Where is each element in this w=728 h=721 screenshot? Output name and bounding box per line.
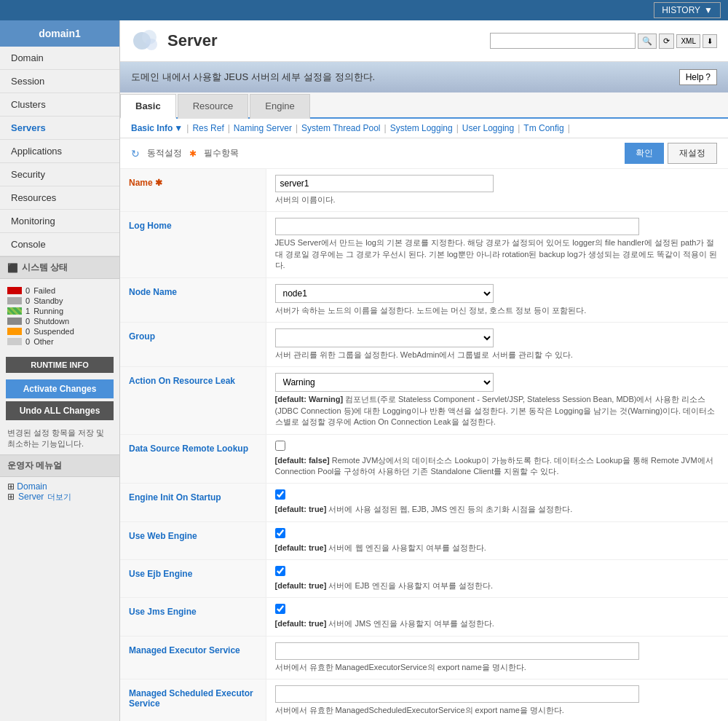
system-status-title: 시스템 상태 [22, 261, 68, 274]
sidebar-link-servers[interactable]: Servers [0, 117, 119, 139]
group-select[interactable] [275, 328, 494, 347]
node-name-desc: 서버가 속하는 노드의 이름을 설정한다. 노드에는 머신 정보, 호스트 정보… [275, 305, 720, 316]
sidebar-item-domain[interactable]: Domain [0, 47, 119, 70]
status-panel: 0 Failed 0 Standby 1 Running 0 Shutdown … [0, 279, 119, 353]
main-content: Server 🔍 ⟳ XML ⬇ 도메인 내에서 사용할 JEUS 서버의 세부… [120, 20, 728, 721]
sidebar-link-clusters[interactable]: Clusters [0, 93, 119, 116]
sep2: | [228, 123, 230, 133]
sidebar-link-security[interactable]: Security [0, 163, 119, 186]
field-action-resource-leak-label: Action On Resource Leak [120, 367, 266, 434]
sep4: | [384, 123, 387, 133]
engine-init-checkbox[interactable] [275, 489, 285, 500]
name-input[interactable] [275, 175, 494, 192]
sidebar-item-session[interactable]: Session [0, 70, 119, 93]
search-button[interactable]: 🔍 [638, 34, 657, 49]
subnav-res-ref[interactable]: Res Ref [192, 123, 223, 133]
use-jms-engine-desc-text: 서버에 JMS 엔진을 사용할지 여부를 설정한다. [328, 619, 494, 628]
search-input[interactable] [490, 33, 636, 49]
history-arrow-icon: ▼ [704, 5, 713, 15]
subnav-user-logging[interactable]: User Logging [462, 123, 514, 133]
sidebar-link-session[interactable]: Session [0, 70, 119, 92]
field-engine-init-row: Engine Init On Startup [default: true] 서… [120, 484, 728, 521]
server-icon [131, 26, 160, 55]
field-name-row: Name ✱ 서버의 이름이다. [120, 169, 728, 212]
sep1: | [186, 123, 189, 133]
use-jms-engine-checkbox[interactable] [275, 604, 285, 614]
field-managed-executor-value: 서버에서 유효한 ManagedExecutorService의 export … [266, 636, 728, 679]
reset-button[interactable]: 재설정 [668, 143, 717, 164]
ops-more-link[interactable]: 더보기 [47, 492, 71, 503]
page-title: Server [131, 26, 218, 55]
managed-executor-input[interactable] [275, 642, 639, 660]
main-tabs: Basic Resource Engine [120, 92, 728, 119]
confirm-button[interactable]: 확인 [625, 143, 664, 164]
managed-executor-desc-text: 서버에서 유효한 ManagedExecutorService의 export … [275, 663, 526, 671]
sidebar-item-console[interactable]: Console [0, 233, 119, 256]
sidebar-item-resources[interactable]: Resources [0, 186, 119, 210]
sidebar-item-clusters[interactable]: Clusters [0, 93, 119, 117]
name-desc: 서버의 이름이다. [275, 194, 720, 205]
help-icon: ? [705, 72, 711, 82]
sidebar-item-monitoring[interactable]: Monitoring [0, 210, 119, 233]
refresh-button[interactable]: ⟳ [659, 34, 674, 49]
history-button[interactable]: HISTORY ▼ [654, 2, 721, 18]
svg-point-2 [146, 39, 157, 50]
xml-button[interactable]: XML [676, 34, 700, 48]
name-label-text: Name [129, 178, 153, 188]
log-home-input[interactable] [275, 218, 639, 235]
subnav-system-thread-pool[interactable]: System Thread Pool [301, 123, 381, 133]
status-label-standby: Standby [33, 296, 63, 305]
status-label-other: Other [33, 337, 54, 346]
subnav-basic-info[interactable]: Basic Info ▼ [131, 123, 183, 133]
ops-domain-link[interactable]: Domain [17, 481, 47, 492]
sidebar-item-servers[interactable]: Servers [0, 117, 119, 140]
sidebar-link-applications[interactable]: Applications [0, 140, 119, 162]
info-bar: 도메인 내에서 사용할 JEUS 서버의 세부 설정을 정의한다. Help ? [120, 62, 728, 92]
use-web-engine-checkbox[interactable] [275, 528, 285, 538]
sidebar-menu: Domain Session Clusters Servers Applicat… [0, 47, 119, 256]
use-ejb-engine-checkbox[interactable] [275, 566, 285, 576]
activate-changes-button[interactable]: Activate Changes [6, 379, 114, 398]
status-count-suspended: 0 [25, 327, 30, 336]
sidebar-link-resources[interactable]: Resources [0, 186, 119, 209]
field-use-web-engine-label: Use Web Engine [120, 521, 266, 559]
field-engine-init-label: Engine Init On Startup [120, 484, 266, 521]
sidebar-item-security[interactable]: Security [0, 163, 119, 186]
tab-engine[interactable]: Engine [250, 94, 309, 119]
status-label-shutdown: Shutdown [33, 317, 69, 326]
sidebar-item-applications[interactable]: Applications [0, 140, 119, 163]
tab-resource[interactable]: Resource [178, 94, 249, 119]
group-desc: 서버 관리를 위한 그룹을 설정한다. WebAdmin에서 그룹별로 서버를 … [275, 350, 720, 360]
help-button[interactable]: Help ? [679, 69, 717, 85]
sidebar-link-monitoring[interactable]: Monitoring [0, 210, 119, 232]
tab-basic[interactable]: Basic [120, 94, 176, 119]
sidebar-link-console[interactable]: Console [0, 233, 119, 256]
action-resource-leak-select[interactable]: Warning None Exception [275, 373, 494, 392]
export-button[interactable]: ⬇ [703, 34, 717, 48]
use-ejb-engine-bold: [default: true] [275, 581, 327, 590]
status-other: 0 Other [7, 337, 112, 346]
managed-scheduled-input[interactable] [275, 685, 639, 703]
subnav-system-logging[interactable]: System Logging [390, 123, 453, 133]
datasource-remote-checkbox[interactable] [275, 441, 285, 451]
field-node-name-row: Node Name node1 서버가 속하는 노드의 이름을 설정한다. 노드… [120, 277, 728, 322]
field-group-value: 서버 관리를 위한 그룹을 설정한다. WebAdmin에서 그룹별로 서버를 … [266, 322, 728, 366]
log-home-desc: JEUS Server에서 만드는 log의 기본 경로를 지정한다. 해당 경… [275, 237, 720, 271]
sidebar-link-domain[interactable]: Domain [0, 47, 119, 69]
ops-server-link[interactable]: Server [18, 492, 44, 502]
subnav-tm-config[interactable]: Tm Config [523, 123, 563, 133]
field-datasource-remote-row: Data Source Remote Lookup [default: fals… [120, 434, 728, 484]
status-bar-standby [7, 297, 22, 304]
ops-domain-link-container: ⊞ Domain [7, 481, 112, 492]
field-node-name-label: Node Name [120, 277, 266, 322]
status-count-other: 0 [25, 337, 30, 346]
status-bar-other [7, 338, 22, 345]
runtime-info-button[interactable]: RUNTIME INFO [6, 357, 114, 373]
undo-all-changes-button[interactable]: Undo ALL Changes [6, 401, 114, 420]
node-name-select[interactable]: node1 [275, 284, 494, 303]
subnav-naming-server[interactable]: Naming Server [234, 123, 292, 133]
sep7: | [568, 123, 570, 133]
sep6: | [518, 123, 520, 133]
main-layout: domain1 Domain Session Clusters Servers … [0, 20, 728, 721]
use-ejb-engine-desc-text: 서버에 EJB 엔진을 사용할지 여부를 설정한다. [328, 581, 493, 590]
